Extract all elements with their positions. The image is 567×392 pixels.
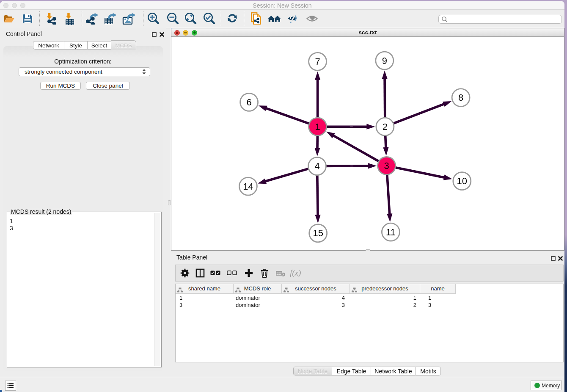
svg-text:10: 10 <box>457 176 467 186</box>
svg-text:9: 9 <box>382 55 387 66</box>
svg-text:4: 4 <box>314 161 319 171</box>
svg-text:8: 8 <box>458 92 463 103</box>
svg-text:7: 7 <box>315 56 320 67</box>
svg-text:2: 2 <box>383 121 388 132</box>
svg-text:3: 3 <box>384 160 389 171</box>
svg-text:15: 15 <box>313 228 323 238</box>
svg-text:14: 14 <box>243 181 253 192</box>
svg-text:6: 6 <box>246 97 251 108</box>
svg-text:1: 1 <box>315 121 320 132</box>
svg-text:11: 11 <box>386 227 396 237</box>
